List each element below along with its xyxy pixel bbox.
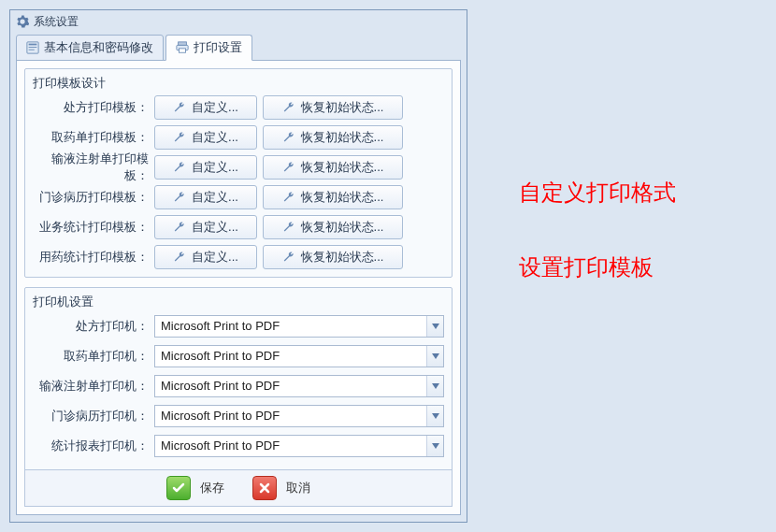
wrench-icon (282, 221, 295, 234)
button-label: 自定义... (192, 219, 238, 236)
restore-button[interactable]: 恢复初始状态... (263, 215, 403, 239)
customize-button[interactable]: 自定义... (154, 155, 257, 180)
button-label: 恢复初始状态... (301, 249, 384, 266)
svg-rect-3 (29, 50, 35, 50)
button-label: 恢复初始状态... (301, 159, 384, 176)
combo-value: Microsoft Print to PDF (155, 346, 426, 367)
group-title: 打印机设置 (33, 294, 93, 310)
button-label: 恢复初始状态... (301, 189, 384, 206)
template-row: 输液注射单打印模板： 自定义... 恢复初始状态... (33, 155, 444, 180)
footer-bar: 保存 取消 (24, 469, 453, 507)
customize-button[interactable]: 自定义... (154, 185, 257, 209)
button-label: 自定义... (192, 99, 238, 116)
button-label: 恢复初始状态... (301, 99, 384, 116)
row-label: 处方打印模板： (33, 99, 154, 116)
template-design-group: 打印模板设计 处方打印模板： 自定义... 恢复初始状态... 取药单打印模板：… (24, 68, 453, 278)
tab-print-settings[interactable]: 打印设置 (165, 35, 252, 61)
template-row: 业务统计打印模板： 自定义... 恢复初始状态... (33, 215, 444, 239)
printer-combo[interactable]: Microsoft Print to PDF (154, 375, 444, 397)
wrench-icon (173, 251, 186, 264)
wrench-icon (173, 161, 186, 174)
gear-icon (16, 15, 29, 28)
button-label: 自定义... (192, 249, 238, 266)
row-label: 取药单打印机： (33, 348, 154, 365)
customize-button[interactable]: 自定义... (154, 245, 257, 269)
combo-value: Microsoft Print to PDF (155, 316, 426, 337)
tab-label: 打印设置 (194, 39, 242, 56)
svg-rect-1 (29, 44, 37, 46)
printer-row: 门诊病历打印机： Microsoft Print to PDF (33, 404, 444, 428)
button-label: 恢复初始状态... (301, 219, 384, 236)
restore-button[interactable]: 恢复初始状态... (263, 125, 403, 150)
window-title: 系统设置 (34, 14, 79, 30)
combo-value: Microsoft Print to PDF (155, 376, 426, 396)
printer-combo[interactable]: Microsoft Print to PDF (154, 435, 444, 457)
wrench-icon (282, 191, 295, 204)
wrench-icon (282, 101, 295, 114)
template-row: 处方打印模板： 自定义... 恢复初始状态... (33, 95, 444, 120)
row-label: 业务统计打印模板： (33, 219, 154, 236)
wrench-icon (173, 131, 186, 144)
svg-rect-2 (29, 47, 37, 48)
svg-rect-6 (180, 49, 186, 52)
template-row: 用药统计打印模板： 自定义... 恢复初始状态... (33, 245, 444, 269)
group-title: 打印模板设计 (33, 75, 106, 92)
customize-button[interactable]: 自定义... (154, 215, 257, 239)
titlebar: 系统设置 (10, 10, 467, 33)
tab-content: 打印模板设计 处方打印模板： 自定义... 恢复初始状态... 取药单打印模板：… (16, 60, 461, 515)
printer-combo[interactable]: Microsoft Print to PDF (154, 345, 444, 367)
chevron-down-icon[interactable] (426, 346, 443, 367)
wrench-icon (282, 161, 295, 174)
button-label: 自定义... (192, 129, 238, 146)
printer-row: 统计报表打印机： Microsoft Print to PDF (33, 434, 444, 458)
combo-value: Microsoft Print to PDF (155, 406, 426, 426)
combo-value: Microsoft Print to PDF (155, 436, 426, 456)
svg-rect-4 (179, 42, 187, 46)
tab-basic-info[interactable]: 基本信息和密码修改 (16, 35, 164, 61)
chevron-down-icon[interactable] (426, 436, 443, 456)
printer-icon (176, 41, 189, 54)
chevron-down-icon[interactable] (426, 316, 443, 337)
button-label: 保存 (200, 480, 224, 496)
wrench-icon (173, 191, 186, 204)
row-label: 门诊病历打印模板： (33, 189, 154, 206)
template-row: 取药单打印模板： 自定义... 恢复初始状态... (33, 125, 444, 150)
customize-button[interactable]: 自定义... (154, 95, 257, 120)
form-icon (26, 41, 39, 54)
wrench-icon (173, 221, 186, 234)
button-label: 取消 (286, 480, 310, 496)
row-label: 统计报表打印机： (33, 438, 154, 454)
row-label: 取药单打印模板： (33, 129, 154, 146)
restore-button[interactable]: 恢复初始状态... (263, 155, 403, 180)
row-label: 处方打印机： (33, 318, 154, 335)
printer-settings-group: 打印机设置 处方打印机： Microsoft Print to PDF 取药单打… (24, 287, 453, 472)
row-label: 输液注射单打印模板： (33, 151, 154, 184)
chevron-down-icon[interactable] (426, 406, 443, 426)
restore-button[interactable]: 恢复初始状态... (263, 185, 403, 209)
save-button[interactable]: 保存 (166, 474, 224, 502)
button-label: 恢复初始状态... (301, 129, 384, 146)
button-label: 自定义... (192, 159, 238, 176)
wrench-icon (282, 251, 295, 264)
cancel-button[interactable]: 取消 (252, 474, 310, 502)
printer-row: 取药单打印机： Microsoft Print to PDF (33, 344, 444, 368)
printer-combo[interactable]: Microsoft Print to PDF (154, 405, 444, 427)
template-row: 门诊病历打印模板： 自定义... 恢复初始状态... (33, 185, 444, 209)
annotation-text: 设置打印模板 (519, 252, 654, 282)
tab-label: 基本信息和密码修改 (44, 39, 153, 56)
restore-button[interactable]: 恢复初始状态... (263, 95, 403, 120)
printer-combo[interactable]: Microsoft Print to PDF (154, 315, 444, 338)
printer-row: 处方打印机： Microsoft Print to PDF (33, 314, 444, 338)
restore-button[interactable]: 恢复初始状态... (263, 245, 403, 269)
row-label: 门诊病历打印机： (33, 408, 154, 424)
button-label: 自定义... (192, 189, 238, 206)
wrench-icon (282, 131, 295, 144)
check-icon (166, 476, 191, 500)
row-label: 用药统计打印模板： (33, 249, 154, 266)
settings-window: 系统设置 基本信息和密码修改 打印设置 打印模板设计 处方打印模板： 自定义..… (9, 9, 467, 523)
close-icon (252, 476, 277, 500)
chevron-down-icon[interactable] (426, 376, 443, 396)
customize-button[interactable]: 自定义... (154, 125, 257, 150)
printer-row: 输液注射单打印机： Microsoft Print to PDF (33, 374, 444, 398)
wrench-icon (173, 101, 186, 114)
